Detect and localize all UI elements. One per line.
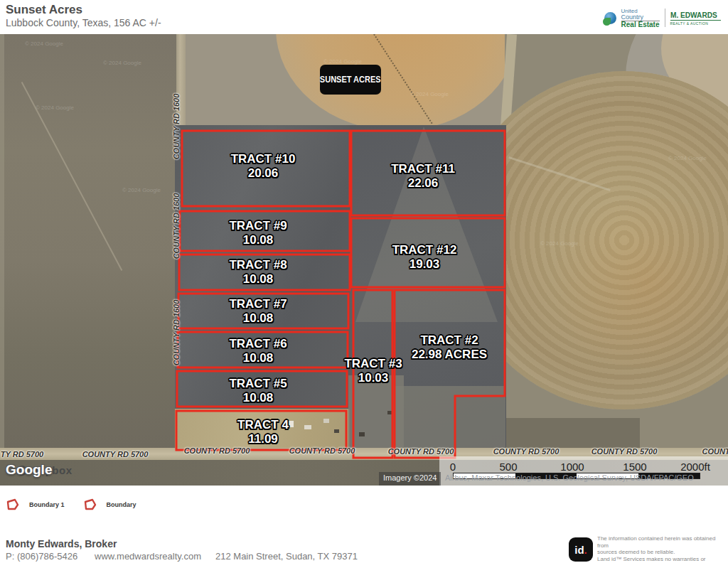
me-name: M. EDWARDS [670,11,717,19]
disclaimer-text: The information contained herein was obt… [597,535,728,563]
road-label-vertical: COUNTY RD 1600 [172,94,181,160]
united-country-logo: United Country Real Estate [621,9,660,28]
page-subtitle: Lubbock County, Texas, 156 AC +/- [6,17,161,28]
tract-boundary-2[interactable] [395,290,505,458]
scale-tick-label: 2000ft [680,461,710,473]
united-country-globe-icon [604,12,616,24]
road-label: COUNT [702,447,728,456]
road-label: COUNTY RD 5700 [184,446,250,455]
land-id-text: id [574,544,584,556]
tract-boundaries-layer [0,34,728,486]
land-id-logo: id . [569,537,593,562]
legend-item: Boundary 1 [6,498,65,511]
scale-tick-label: 500 [499,461,517,473]
map-title-marker-label: SUNSET ACRES [320,75,381,85]
uc-word-3: Real Estate [621,22,660,28]
broker-website: www.medwardsrealty.com [95,551,201,562]
road-label: COUNTY RD 5700 [592,447,658,456]
footer: Monty Edwards, Broker P: (806)786-5426 w… [0,532,728,563]
legend: Boundary 1Boundary [6,494,136,515]
broker-phone: P: (806)786-5426 [6,551,77,562]
disclaimer-line: The information contained herein was obt… [597,535,728,549]
tract-label-10: TRACT #1020.06 [231,152,296,181]
m-edwards-logo: M. EDWARDS REALTY & AUCTION [670,11,722,26]
tract-label-6: TRACT #610.08 [229,337,287,365]
road-label: COUNTY RD 5700 [289,446,355,455]
tract-label-12: TRACT #1219.03 [392,243,457,272]
me-tagline: REALTY & AUCTION [670,20,722,26]
globe-leaf-icon [603,18,611,26]
road-label: COUNTY RD 5700 [493,447,560,456]
header: Sunset Acres Lubbock County, Texas, 156 … [0,0,728,34]
broker-address: 212 Main Street, Sudan, TX 79371 [215,551,358,562]
legend-label: Boundary [107,501,136,508]
google-logo[interactable]: Google [6,462,52,478]
tract-label-3: TRACT #310.03 [344,357,402,385]
road-label: TY RD 5700 [1,450,43,459]
scale-tick-label: 1500 [623,461,646,473]
boundary-polygon-icon [83,498,97,511]
tract-label-11: TRACT #1122.06 [391,162,455,191]
tract-label-9: TRACT #910.08 [229,219,287,247]
page-title: Sunset Acres [6,3,82,17]
scale-tick-label: 1000 [560,461,584,473]
road-label: COUNTY RD 5700 [82,450,149,459]
road-label-vertical: COUNTY RD 1600 [172,300,181,366]
page: Sunset Acres Lubbock County, Texas, 156 … [0,0,728,563]
legend-label: Boundary 1 [29,501,65,508]
imagery-sources-attribution: Airbus, Maxar Technologies, U.S. Geologi… [445,473,694,482]
logo-divider [665,9,665,27]
road-label-vertical: COUNTY RD 1600 [172,193,181,259]
disclaimer-line: Land id™ Services makes no warranties or… [597,556,728,563]
road-label: COUNTY RD 5700 [388,447,454,456]
boundary-polygon-icon [6,498,20,511]
uc-word-2: Country [621,14,660,21]
land-id-dot: . [584,544,587,556]
disclaimer-line: sources deemed to be reliable. [597,549,728,556]
map-title-marker[interactable]: SUNSET ACRES [320,65,381,95]
broker-name: Monty Edwards, Broker [6,538,117,549]
tract-label-4: TRACT 411.09 [237,418,289,446]
map-canvas[interactable]: © 2024 Google© 2024 Google© 2024 Google©… [0,34,728,486]
legend-item: Boundary [83,498,136,511]
brand-logos: United Country Real Estate M. EDWARDS RE… [604,7,721,28]
tract-label-5: TRACT #510.08 [229,377,287,405]
imagery-attribution: Imagery ©2024 [379,472,441,486]
tract-label-8: TRACT #810.08 [229,258,287,286]
tract-label-2: TRACT #222.98 ACRES [412,333,487,362]
tract-label-7: TRACT #710.08 [229,297,287,326]
scale-tick-label: 0 [450,461,456,473]
